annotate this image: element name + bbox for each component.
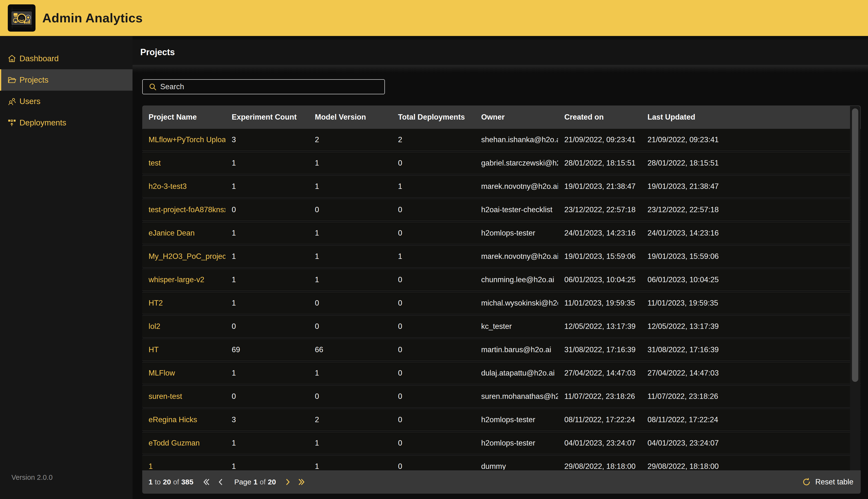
created-on-cell: 29/08/2022, 18:18:00 xyxy=(558,462,641,470)
last-updated-cell: 11/07/2022, 23:18:26 xyxy=(641,392,861,401)
project-name-link[interactable]: MLflow+PyTorch Upload xyxy=(142,135,225,144)
model-version-cell: 1 xyxy=(309,276,392,284)
reset-table-label: Reset table xyxy=(815,478,853,486)
sidebar-item-label: Deployments xyxy=(20,118,67,127)
last-updated-cell: 12/05/2022, 13:17:39 xyxy=(641,322,861,331)
total-deployments-cell: 0 xyxy=(392,439,475,448)
table-row[interactable]: eRegina Hicks 3 2 0 h2omlops-tester 08/1… xyxy=(142,409,861,431)
table-row[interactable]: MLflow+PyTorch Upload 3 2 2 shehan.ishan… xyxy=(142,129,861,151)
range-total: 385 xyxy=(181,478,193,486)
model-version-cell: 2 xyxy=(309,135,392,144)
model-version-cell: 1 xyxy=(309,462,392,470)
table-row[interactable]: test 1 1 0 gabriel.starczewski@h2o.ai 28… xyxy=(142,152,861,174)
table-row[interactable]: h2o-3-test3 1 1 1 marek.novotny@h2o.ai 1… xyxy=(142,175,861,197)
table-row[interactable]: MLFlow 1 1 0 dulaj.atapattu@h2o.ai 27/04… xyxy=(142,362,861,384)
project-name-link[interactable]: eRegina Hicks xyxy=(142,415,225,424)
column-header-model-version[interactable]: Model Version xyxy=(309,113,392,122)
search-box[interactable] xyxy=(142,79,385,94)
project-name-link[interactable]: eTodd Guzman xyxy=(142,439,225,448)
table-row[interactable]: My_H2O3_PoC_project 1 1 1 marek.novotny@… xyxy=(142,245,861,267)
column-header-last-updated[interactable]: Last Updated xyxy=(641,113,861,122)
table-row[interactable]: HT 69 66 0 martin.barus@h2o.ai 31/08/202… xyxy=(142,339,861,361)
sidebar-item-label: Projects xyxy=(20,75,48,85)
table-row[interactable]: eJanice Dean 1 1 0 h2omlops-tester 24/01… xyxy=(142,222,861,244)
project-name-link[interactable]: 1 xyxy=(142,462,225,470)
model-version-cell: 0 xyxy=(309,205,392,214)
table-row[interactable]: HT2 1 0 0 michal.wysokinski@h2o.ai 11/01… xyxy=(142,292,861,314)
owner-cell: shehan.ishanka@h2o.ai xyxy=(475,135,558,144)
sidebar-item-deployments[interactable]: Deployments xyxy=(0,112,133,133)
experiment-count-cell: 0 xyxy=(225,322,309,331)
sidebar-item-label: Users xyxy=(20,97,40,106)
page-title-bar: Projects xyxy=(133,40,868,65)
project-name-link[interactable]: HT2 xyxy=(142,299,225,307)
table-row[interactable]: test-project-foA878knsx 0 0 0 h2oai-test… xyxy=(142,199,861,221)
experiment-count-cell: 1 xyxy=(225,159,309,168)
column-header-experiment-count[interactable]: Experiment Count xyxy=(225,113,309,122)
created-on-cell: 12/05/2022, 13:17:39 xyxy=(558,322,641,331)
created-on-cell: 31/08/2022, 17:16:39 xyxy=(558,345,641,354)
table-scrollbar-thumb[interactable] xyxy=(852,108,858,382)
project-name-link[interactable]: whisper-large-v2 xyxy=(142,276,225,284)
table-row[interactable]: suren-test 0 0 0 suren.mohanathas@h2o.ai… xyxy=(142,386,861,407)
project-name-link[interactable]: HT xyxy=(142,345,225,354)
experiment-count-cell: 1 xyxy=(225,369,309,377)
owner-cell: michal.wysokinski@h2o.ai xyxy=(475,299,558,307)
page-of-label: of xyxy=(260,478,265,486)
last-updated-cell: 31/08/2022, 17:16:39 xyxy=(641,345,861,354)
range-end: 20 xyxy=(163,478,171,486)
project-name-link[interactable]: eJanice Dean xyxy=(142,229,225,238)
model-version-cell: 66 xyxy=(309,345,392,354)
sidebar-item-dashboard[interactable]: Dashboard xyxy=(0,48,133,69)
chevrons-left-icon xyxy=(202,478,210,486)
table-row[interactable]: lol2 0 0 0 kc_tester 12/05/2022, 13:17:3… xyxy=(142,316,861,337)
project-name-link[interactable]: h2o-3-test3 xyxy=(142,182,225,191)
column-header-owner[interactable]: Owner xyxy=(475,113,558,122)
column-header-total-deployments[interactable]: Total Deployments xyxy=(392,113,475,122)
table-scrollbar-track[interactable] xyxy=(850,106,860,494)
experiment-count-cell: 1 xyxy=(225,252,309,261)
model-version-cell: 1 xyxy=(309,159,392,168)
table-body: MLflow+PyTorch Upload 3 2 2 shehan.ishan… xyxy=(142,129,861,470)
created-on-cell: 08/11/2022, 17:22:24 xyxy=(558,415,641,424)
created-on-cell: 21/09/2022, 09:23:41 xyxy=(558,135,641,144)
last-updated-cell: 28/01/2022, 18:15:51 xyxy=(641,159,861,168)
sidebar-item-label: Dashboard xyxy=(20,54,59,63)
project-name-link[interactable]: My_H2O3_PoC_project xyxy=(142,252,225,261)
project-name-link[interactable]: test xyxy=(142,159,225,168)
model-version-cell: 1 xyxy=(309,252,392,261)
previous-page-button[interactable] xyxy=(216,478,225,486)
reset-table-button[interactable]: Reset table xyxy=(802,478,853,486)
owner-cell: h2oai-tester-checklist xyxy=(475,205,558,214)
next-page-button[interactable] xyxy=(283,478,292,486)
last-page-button[interactable] xyxy=(297,478,306,486)
sidebar-item-projects[interactable]: Projects xyxy=(0,69,133,91)
created-on-cell: 11/01/2023, 19:59:35 xyxy=(558,299,641,307)
deployments-icon xyxy=(7,118,16,127)
project-name-link[interactable]: MLFlow xyxy=(142,369,225,377)
total-deployments-cell: 0 xyxy=(392,369,475,377)
total-deployments-cell: 0 xyxy=(392,392,475,401)
experiment-count-cell: 1 xyxy=(225,439,309,448)
created-on-cell: 27/04/2022, 14:47:03 xyxy=(558,369,641,377)
title-bar-shadow xyxy=(133,65,868,73)
column-header-project-name[interactable]: Project Name xyxy=(142,113,225,122)
project-name-link[interactable]: test-project-foA878knsx xyxy=(142,205,225,214)
first-page-button[interactable] xyxy=(202,478,210,486)
folder-icon xyxy=(7,75,16,85)
project-name-link[interactable]: lol2 xyxy=(142,322,225,331)
owner-cell: suren.mohanathas@h2o.ai xyxy=(475,392,558,401)
table-row[interactable]: 1 1 1 0 dummy 29/08/2022, 18:18:00 29/08… xyxy=(142,455,861,470)
total-deployments-cell: 0 xyxy=(392,205,475,214)
table-row[interactable]: whisper-large-v2 1 1 0 chunming.lee@h2o.… xyxy=(142,269,861,291)
sidebar-item-users[interactable]: Users xyxy=(0,91,133,112)
experiment-count-cell: 0 xyxy=(225,392,309,401)
column-header-created-on[interactable]: Created on xyxy=(558,113,641,122)
created-on-cell: 28/01/2022, 18:15:51 xyxy=(558,159,641,168)
project-name-link[interactable]: suren-test xyxy=(142,392,225,401)
table-row[interactable]: eTodd Guzman 1 1 0 h2omlops-tester 04/01… xyxy=(142,432,861,454)
home-icon xyxy=(7,54,16,63)
total-deployments-cell: 0 xyxy=(392,229,475,238)
last-updated-cell: 19/01/2023, 21:38:47 xyxy=(641,182,861,191)
search-input[interactable] xyxy=(160,82,381,91)
